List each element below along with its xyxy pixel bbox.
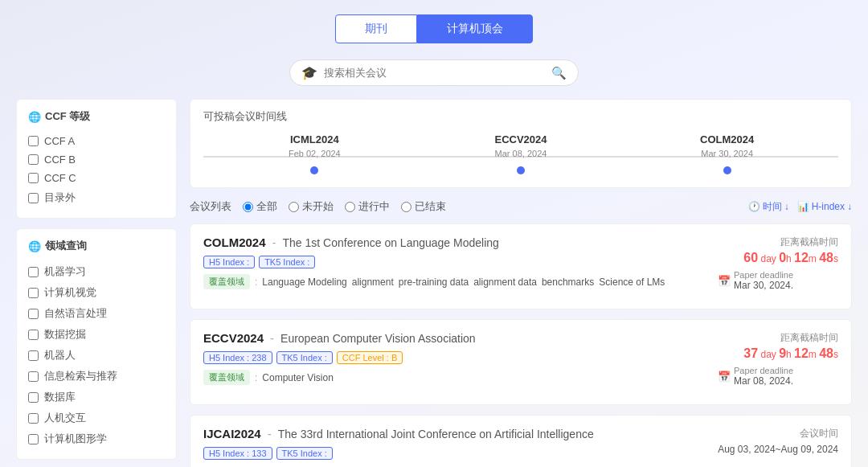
sidebar-item-ccf-c[interactable]: CCF C [28,169,165,187]
colm-paper-deadline-label: Paper deadline [734,270,793,280]
timeline-item-eccv: ECCV2024 Mar 08, 2024 [418,133,624,174]
timeline-conf-date-colm: Mar 30, 2024 [624,149,830,158]
ccf-section-title: 🌐 CCF 等级 [28,109,165,124]
filter-ended[interactable]: 已结束 [401,199,446,214]
eccv-full-name: European Computer Vision Association [280,332,476,345]
conf-card-colm-title: COLM2024 - The 1st Conference on Languag… [203,236,702,249]
sidebar-item-ir[interactable]: 信息检索与推荐 [28,366,165,387]
conf-card-colm-right: 距离截稿时间 60 day 0h 12m 48s 📅 Paper deadlin… [718,236,838,291]
colm-tag-1: alignment [352,277,394,288]
conf-card-ijcai-left: IJCAI2024 - The 33rd International Joint… [203,427,702,465]
colm-paper-deadline-date: Mar 30, 2024. [734,280,793,291]
filter-ended-radio[interactable] [401,202,411,212]
eccv-index-tags: H5 Index : 238 TK5 Index : CCF Level : B [203,351,702,364]
db-checkbox[interactable] [28,392,39,403]
conf-card-ijcai-title: IJCAI2024 - The 33rd International Joint… [203,427,702,440]
sidebar-item-ccf-b[interactable]: CCF B [28,150,165,169]
hci-checkbox[interactable] [28,413,39,424]
timeline-conf-date-eccv: Mar 08, 2024 [418,149,624,158]
filter-all-radio[interactable] [243,202,253,212]
eccv-ccf-tag: CCF Level : B [337,351,403,364]
sidebar-item-ccf-a[interactable]: CCF A [28,132,165,150]
filter-not-started-radio[interactable] [289,202,299,212]
eccv-short-name: ECCV2024 [203,331,264,345]
sidebar-item-cv[interactable]: 计算机视觉 [28,282,165,303]
sidebar-item-ml[interactable]: 机器学习 [28,261,165,282]
tab-conference[interactable]: 计算机顶会 [417,14,533,43]
sidebar-item-ccf-out[interactable]: 目录外 [28,187,165,208]
eccv-coverage-label: 覆盖领域 [203,370,250,385]
ccf-a-checkbox[interactable] [28,136,39,146]
ccf-out-checkbox[interactable] [28,193,39,203]
eccv-tag-0: Computer Vision [262,372,334,383]
eccv-h5-tag: H5 Index : 238 [203,351,272,364]
nlp-checkbox[interactable] [28,309,39,319]
filter-ongoing[interactable]: 进行中 [345,199,390,214]
sidebar-item-robot[interactable]: 机器人 [28,345,165,366]
calendar-icon-colm: 📅 [718,275,731,287]
timeline-dot-colm [723,166,731,174]
search-input[interactable] [324,67,545,79]
colm-coverage-sep: : [255,277,257,288]
colm-coverage-label: 覆盖领域 [203,274,250,289]
ijcai-index-tags: H5 Index : 133 TK5 Index : [203,447,702,460]
filter-all[interactable]: 全部 [243,199,277,214]
timeline-title: 可投稿会议时间线 [203,109,838,124]
eccv-coverage-row: 覆盖领域 : Computer Vision [203,370,702,385]
colm-h5-tag: H5 Index : [203,256,255,268]
filter-ongoing-radio[interactable] [345,202,355,212]
filter-label: 会议列表 [190,199,231,214]
globe-icon-2: 🌐 [28,240,41,252]
sidebar-item-db[interactable]: 数据库 [28,387,165,408]
timeline-conf-name-icml: ICML2024 [211,133,418,145]
colm-tag-5: Science of LMs [599,277,665,288]
colm-index-tags: H5 Index : TK5 Index : [203,256,702,268]
colm-deadline-count: 60 day 0h 12m 48s [718,251,838,265]
cg-checkbox[interactable] [28,434,39,444]
tab-bar: 期刊 计算机顶会 [0,0,868,53]
conf-card-colm: COLM2024 - The 1st Conference on Languag… [190,223,852,309]
sidebar-item-cg[interactable]: 计算机图形学 [28,428,165,449]
colm-coverage-row: 覆盖领域 : Language Modeling alignment pre-t… [203,274,702,289]
conf-card-ijcai-header: IJCAI2024 - The 33rd International Joint… [203,427,838,465]
ccf-b-checkbox[interactable] [28,154,39,165]
eccv-tk5-tag: TK5 Index : [276,351,333,364]
ijcai-full-name: The 33rd International Joint Conference … [278,428,594,440]
ml-checkbox[interactable] [28,267,39,277]
ijcai-date-range: Aug 03, 2024~Aug 09, 2024 [718,444,838,455]
sort-hindex-button[interactable]: 📊 H-index ↓ [797,201,852,212]
ijcai-short-name: IJCAI2024 [203,427,261,440]
cv-checkbox[interactable] [28,288,39,298]
colm-tag-2: pre-training data [399,277,469,288]
colm-tk5-tag: TK5 Index : [259,256,315,268]
ccf-c-checkbox[interactable] [28,173,39,183]
colm-short-name: COLM2024 [203,236,266,249]
eccv-deadline-count: 37 day 9h 12m 48s [718,346,838,361]
conf-card-ijcai-right: 会议时间 Aug 03, 2024~Aug 09, 2024 [718,427,838,455]
filter-bar: 会议列表 全部 未开始 进行中 已结束 🕐 时间 ↓ [190,199,852,214]
timeline-conf-name-colm: COLM2024 [624,133,830,145]
bar-chart-icon: 📊 [797,201,809,212]
colm-paper-deadline: 📅 Paper deadline Mar 30, 2024. [718,270,838,291]
robot-checkbox[interactable] [28,350,39,361]
conf-card-eccv-right: 距离截稿时间 37 day 9h 12m 48s 📅 Paper deadlin… [718,331,838,387]
ijcai-tk5-tag: TK5 Index : [276,447,333,460]
sort-time-button[interactable]: 🕐 时间 ↓ [748,200,789,214]
filter-not-started[interactable]: 未开始 [289,199,334,214]
conf-card-eccv-header: ECCV2024 - European Computer Vision Asso… [203,331,838,387]
sidebar: 🌐 CCF 等级 CCF A CCF B CCF C 目录外 [16,99,177,467]
ijcai-deadline-label: 会议时间 [718,427,838,440]
sidebar-item-dm[interactable]: 数据挖掘 [28,324,165,345]
domain-section-title: 🌐 领域查询 [28,239,165,253]
sidebar-item-nlp[interactable]: 自然语言处理 [28,303,165,324]
sidebar-item-hci[interactable]: 人机交互 [28,408,165,428]
eccv-coverage-sep: : [255,372,257,383]
ir-checkbox[interactable] [28,371,39,382]
main-layout: 🌐 CCF 等级 CCF A CCF B CCF C 目录外 [8,99,860,467]
conf-card-eccv-left: ECCV2024 - European Computer Vision Asso… [203,331,702,385]
dm-checkbox[interactable] [28,330,39,340]
colm-tag-0: Language Modeling [262,277,346,288]
timeline-dot-eccv [517,166,525,174]
timeline-conf-name-eccv: ECCV2024 [418,133,624,145]
tab-journal[interactable]: 期刊 [335,14,417,43]
